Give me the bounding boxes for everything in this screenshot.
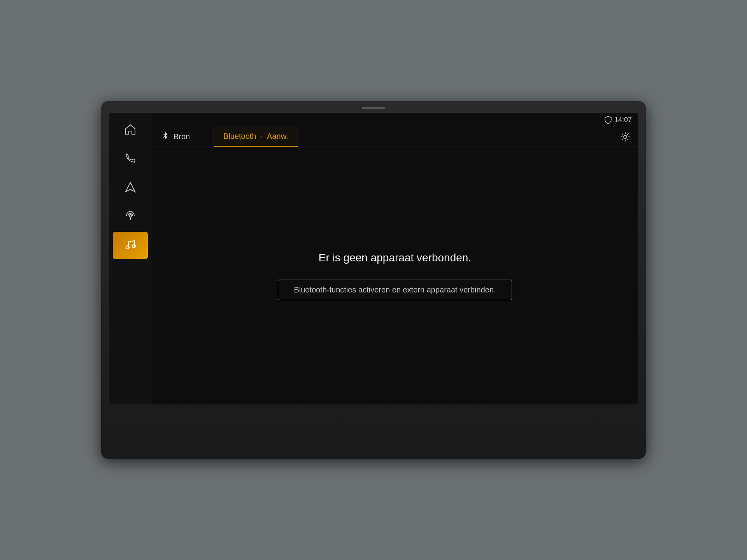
tab-active-separator: ·: [261, 132, 263, 140]
tab-bluetooth-name: Bluetooth: [223, 132, 256, 140]
top-bar: 14:07: [152, 113, 638, 127]
car-infotainment-bezel: 14:07 Bron Bluetooth ·: [101, 101, 646, 459]
bluetooth-tab-icon: [161, 131, 170, 142]
svg-marker-0: [126, 182, 135, 192]
time-area: 14:07: [604, 116, 632, 124]
settings-button[interactable]: [612, 127, 638, 147]
svg-point-1: [129, 215, 132, 217]
sidebar-item-music[interactable]: [113, 232, 148, 259]
tab-source[interactable]: Bron: [152, 127, 214, 147]
main-content: 14:07 Bron Bluetooth ·: [152, 113, 638, 404]
radio-icon: [124, 209, 137, 224]
music-icon: [124, 239, 136, 252]
content-area: Er is geen apparaat verbonden. Bluetooth…: [152, 147, 638, 404]
tab-source-label: Bron: [174, 132, 190, 141]
activate-bluetooth-button[interactable]: Bluetooth-functies activeren en extern a…: [278, 280, 512, 300]
tab-bluetooth-active[interactable]: Bluetooth · Aanw.: [214, 127, 298, 147]
navigation-icon: [124, 181, 137, 195]
shield-icon: [604, 116, 612, 124]
no-device-text: Er is geen apparaat verbonden.: [319, 252, 471, 264]
sidebar-item-phone[interactable]: [113, 145, 148, 173]
tab-active-sub: Aanw.: [267, 132, 288, 140]
home-icon: [124, 123, 137, 138]
phone-icon: [124, 152, 136, 166]
sidebar-item-radio[interactable]: [113, 203, 148, 230]
nav-tabs: Bron Bluetooth · Aanw.: [152, 127, 638, 147]
gear-icon: [620, 132, 630, 142]
clock-display: 14:07: [614, 116, 632, 124]
screen: 14:07 Bron Bluetooth ·: [109, 113, 638, 404]
svg-point-5: [624, 135, 627, 138]
sidebar-item-home[interactable]: [113, 117, 148, 144]
tab-active-label: Bluetooth · Aanw.: [223, 132, 288, 141]
sidebar-item-navigation[interactable]: [113, 174, 148, 201]
sidebar: [109, 113, 152, 404]
